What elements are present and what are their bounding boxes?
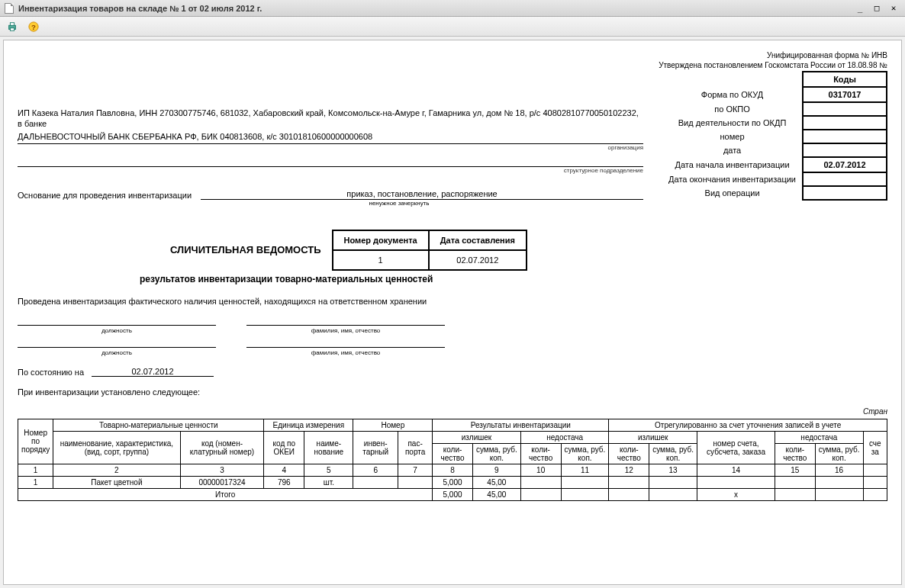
titlebar: Инвентаризация товаров на складе № 1 от … <box>0 0 905 17</box>
minimize-button[interactable]: _ <box>853 3 867 13</box>
tot-e5 <box>775 488 815 500</box>
cn16: 16 <box>815 464 863 476</box>
th-unitname: наиме-нование <box>304 431 353 464</box>
state-label: По состоянию на <box>18 368 84 377</box>
th-s4: сумма, руб. коп. <box>815 443 863 464</box>
th-surplus1: излишек <box>433 431 521 443</box>
r1-ssum: 45,00 <box>472 476 520 488</box>
th-pass: пас-порта <box>398 431 432 464</box>
sign-pos-cap1: должность <box>18 327 216 334</box>
r1-shsum <box>561 476 609 488</box>
form-meta-line1: Унифицированная форма № ИНВ <box>18 51 887 59</box>
cn8: 8 <box>433 464 473 476</box>
document-icon <box>5 3 14 14</box>
intro-text: Проведена инвентаризация фактического на… <box>18 297 887 306</box>
cn10: 10 <box>520 464 561 476</box>
window-title: Инвентаризация товаров на складе № 1 от … <box>18 4 262 13</box>
th-sch: сче за <box>863 431 887 464</box>
struct-sublabel: структурное подразделение <box>18 167 643 175</box>
th-inv: инвен-тарный <box>353 431 398 464</box>
maximize-button[interactable]: □ <box>870 3 884 13</box>
sign-pos-cap2: должность <box>18 349 216 356</box>
codes-header: Коды <box>803 72 887 87</box>
basis-label: Основание для проведения инвентаризации <box>18 191 192 200</box>
cn15: 15 <box>775 464 815 476</box>
th-q4: коли-чество <box>775 443 815 464</box>
sign-fio-cap1: фамилия, имя, отчество <box>246 327 445 334</box>
toolbar: ? <box>0 17 905 37</box>
subtitle: результатов инвентаризации товарно-матер… <box>140 274 887 284</box>
r1-acct <box>697 476 775 488</box>
state-value: 02.07.2012 <box>92 367 214 377</box>
title-block: СЛИЧИТЕЛЬНАЯ ВЕДОМОСТЬ Номер документаДа… <box>18 230 887 284</box>
cn6: 6 <box>353 464 398 476</box>
document-viewport[interactable]: Унифицированная форма № ИНВ Утверждена п… <box>3 40 902 585</box>
th-q3: коли-чество <box>609 443 649 464</box>
cn13: 13 <box>649 464 697 476</box>
page-label: Стран <box>18 407 887 416</box>
r1-unit: шт. <box>304 476 353 488</box>
struct-line <box>18 158 643 167</box>
state-row: По состоянию на 02.07.2012 <box>18 367 887 377</box>
th-q1: коли-чество <box>433 443 473 464</box>
sign-pos-1 <box>18 315 216 326</box>
org-line1: ИП Казека Наталия Павловна, ИНН 27030077… <box>18 108 643 130</box>
close-button[interactable]: ✕ <box>887 3 900 13</box>
tot-e1 <box>520 488 561 500</box>
cn11: 11 <box>561 464 609 476</box>
tot-ssum: 45,00 <box>472 488 520 500</box>
r1-n: 1 <box>18 476 53 488</box>
th-num: Номер по порядку <box>18 419 53 464</box>
sign-fio-2 <box>246 337 445 348</box>
svg-rect-2 <box>10 27 14 31</box>
inventory-table: Номер по порядку Товарно-материальные це… <box>18 419 887 501</box>
r1-sqty: 5,000 <box>433 476 473 488</box>
cn1: 1 <box>18 464 53 476</box>
basis-hint: ненужное зачеркнуть <box>246 200 552 207</box>
th-adjusted: Отрегулированно за счет уточнения записе… <box>609 419 887 431</box>
main-title: СЛИЧИТЕЛЬНАЯ ВЕДОМОСТЬ <box>170 244 321 255</box>
th-code: код (номен-клатурный номер) <box>180 431 264 464</box>
th-shortage2: недостача <box>775 431 863 443</box>
th-results: Результаты инвентаризации <box>433 419 609 431</box>
tot-e2 <box>561 488 609 500</box>
r1-asqty <box>609 476 649 488</box>
th-okei: код по ОКЕИ <box>264 431 304 464</box>
help-button[interactable]: ? <box>26 19 41 34</box>
org-sublabel: организация <box>18 144 643 152</box>
cn14: 14 <box>697 464 775 476</box>
docnum-h1: Номер документа <box>333 230 429 250</box>
th-unit: Единица измерения <box>264 419 353 431</box>
form-meta-line2: Утверждена постановлением Госкомстата Ро… <box>18 61 887 69</box>
cn2: 2 <box>53 464 180 476</box>
tot-e7 <box>863 488 887 500</box>
org-line2: ДАЛЬНЕВОСТОЧНЫЙ БАНК СБЕРБАНКА РФ, БИК 0… <box>18 130 643 144</box>
tot-label: Итого <box>18 488 433 500</box>
th-s2: сумма, руб. коп. <box>561 443 609 464</box>
sign-pos-2 <box>18 337 216 348</box>
codes-block: Коды Форма по ОКУД0317017 по ОКПО Вид де… <box>662 71 887 201</box>
th-name: наименование, характеристика, (вид, сорт… <box>53 431 180 464</box>
inventory-note: При инвентаризации установлено следующее… <box>18 387 887 397</box>
signature-block: должностьфамилия, имя, отчество должност… <box>18 315 887 356</box>
svg-text:?: ? <box>31 22 36 31</box>
r1-ashqty <box>775 476 815 488</box>
r1-okei: 796 <box>264 476 304 488</box>
cn3: 3 <box>180 464 264 476</box>
r1-pass <box>398 476 432 488</box>
r1-code: 00000017324 <box>180 476 264 488</box>
cn17 <box>863 464 887 476</box>
cn9: 9 <box>472 464 520 476</box>
tot-mark: х <box>697 488 775 500</box>
cn12: 12 <box>609 464 649 476</box>
r1-extra <box>863 476 887 488</box>
cn5: 5 <box>304 464 353 476</box>
tot-e6 <box>815 488 863 500</box>
print-button[interactable] <box>5 19 20 34</box>
organization-block: ИП Казека Наталия Павловна, ИНН 27030077… <box>18 108 643 175</box>
r1-shqty <box>520 476 561 488</box>
th-s3: сумма, руб. коп. <box>649 443 697 464</box>
th-shortage1: недостача <box>520 431 609 443</box>
docnum-h2: Дата составления <box>429 230 527 250</box>
cn4: 4 <box>264 464 304 476</box>
